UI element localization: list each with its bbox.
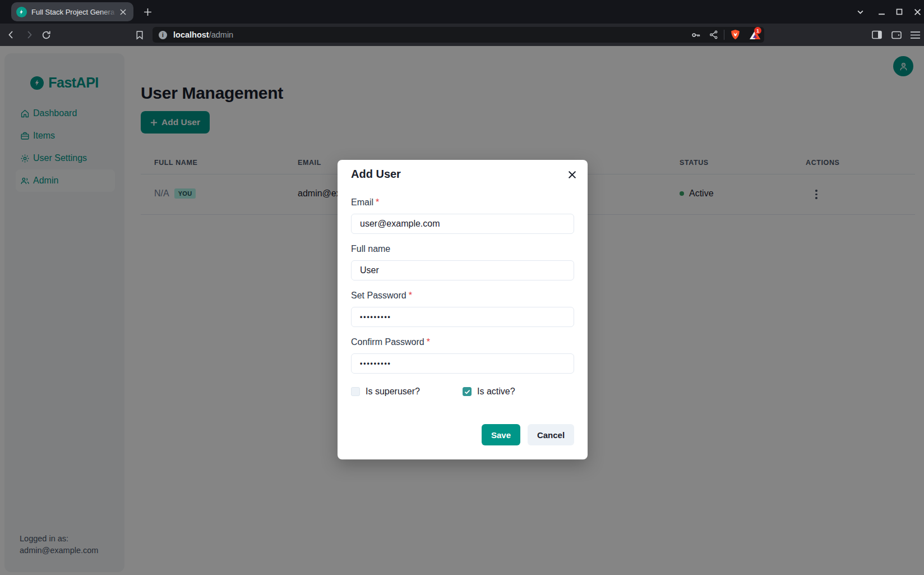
modal-title: Add User — [351, 168, 401, 181]
field-full-name: Full name — [351, 244, 574, 280]
address-bar[interactable]: i localhost /admin 1 — [153, 27, 764, 43]
bookmark-icon[interactable] — [133, 29, 146, 41]
menu-icon[interactable] — [909, 29, 921, 41]
modal-body: Email* Full name Set Password* — [351, 197, 574, 445]
full-name-field[interactable] — [351, 260, 574, 280]
browser-tab[interactable]: Full Stack Project Genera — [11, 2, 133, 21]
field-email: Email* — [351, 197, 574, 234]
checkbox-unchecked-icon — [351, 387, 360, 396]
full-name-label: Full name — [351, 244, 574, 257]
confirm-password-label: Confirm Password* — [351, 337, 574, 351]
window-minimize-button[interactable] — [876, 7, 886, 17]
reload-icon[interactable] — [40, 29, 52, 41]
browser-window: Full Stack Project Genera — [0, 0, 924, 575]
back-icon[interactable] — [5, 29, 17, 41]
forward-icon[interactable] — [23, 29, 35, 41]
window-close-button[interactable] — [912, 7, 922, 17]
wallet-icon[interactable] — [890, 29, 903, 41]
rewards-badge: 1 — [754, 27, 761, 34]
window-maximize-button[interactable] — [894, 7, 904, 17]
field-set-password: Set Password* — [351, 291, 574, 327]
email-field[interactable] — [351, 214, 574, 234]
save-button[interactable]: Save — [482, 424, 520, 445]
is-active-checkbox[interactable]: Is active? — [463, 386, 574, 397]
brave-rewards-bat-icon[interactable]: 1 — [749, 29, 761, 40]
required-asterisk: * — [409, 291, 412, 300]
page-content: FastAPI Dashboard Items — [0, 46, 924, 575]
site-info-icon[interactable]: i — [159, 31, 167, 39]
modal-close-icon[interactable] — [564, 167, 580, 182]
set-password-label: Set Password* — [351, 291, 574, 304]
share-icon[interactable] — [708, 29, 720, 40]
field-confirm-password: Confirm Password* — [351, 337, 574, 374]
required-asterisk: * — [427, 337, 430, 347]
fastapi-favicon-icon — [16, 7, 27, 17]
key-icon[interactable] — [690, 29, 702, 40]
brave-shield-icon[interactable] — [729, 29, 741, 40]
browser-titlebar: Full Stack Project Genera — [0, 0, 924, 24]
checkbox-row: Is superuser? Is active? — [351, 386, 574, 397]
cancel-button[interactable]: Cancel — [528, 424, 574, 445]
is-superuser-checkbox[interactable]: Is superuser? — [351, 386, 463, 397]
url-host: localhost — [173, 30, 209, 39]
tab-close-icon[interactable] — [117, 6, 128, 17]
tab-search-chevron-icon[interactable] — [855, 7, 865, 17]
tab-title: Full Stack Project Genera — [31, 8, 117, 16]
email-label: Email* — [351, 197, 574, 211]
checkbox-checked-icon — [463, 387, 472, 396]
sidebar-toggle-icon[interactable] — [871, 29, 883, 41]
required-asterisk: * — [376, 197, 379, 207]
add-user-modal: Add User Email* Full name — [338, 160, 588, 459]
set-password-field[interactable] — [351, 307, 574, 327]
modal-footer: Save Cancel — [351, 424, 574, 445]
new-tab-button[interactable] — [141, 6, 154, 18]
url-path: /admin — [209, 30, 234, 39]
toolbar-divider — [724, 30, 724, 40]
confirm-password-field[interactable] — [351, 353, 574, 374]
